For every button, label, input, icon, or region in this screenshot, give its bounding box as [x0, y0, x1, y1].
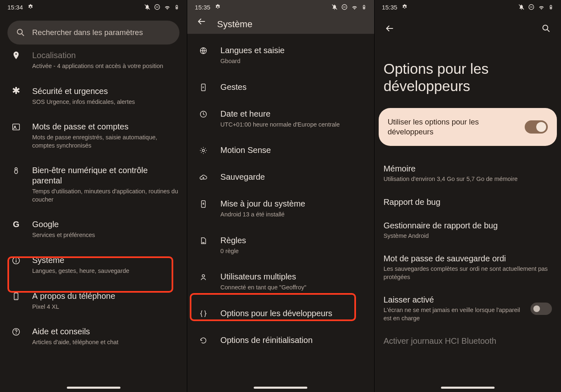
- row-help[interactable]: Aide et conseils Articles d'aide, téléph…: [2, 319, 185, 355]
- battery-icon: [548, 4, 554, 11]
- search-placeholder: Rechercher dans les paramètres: [32, 28, 143, 37]
- page-title: Système: [217, 19, 252, 30]
- row-title: Mémoire: [384, 164, 552, 174]
- clock: 15:35: [382, 4, 398, 11]
- row-title: Options de réinitialisation: [220, 335, 365, 345]
- row-stay-awake[interactable]: Laisser activé L'écran ne se met jamais …: [377, 289, 559, 330]
- row-safety[interactable]: Sécurité et urgences SOS Urgence, infos …: [2, 79, 185, 115]
- row-title: Google: [32, 219, 179, 230]
- header: Système: [187, 14, 374, 34]
- row-reset[interactable]: Options de réinitialisation: [189, 327, 372, 354]
- row-title: Rapport de bug: [384, 197, 552, 207]
- row-passwords[interactable]: Mots de passe et comptes Mots de passe e…: [2, 114, 185, 158]
- gesture-icon: [196, 82, 211, 92]
- status-bar: 15:34: [0, 0, 187, 14]
- screen-settings-root: 15:34 Rechercher dans les paramètres Loc…: [0, 0, 187, 392]
- braces-icon: [196, 308, 211, 318]
- gesture-nav-bar[interactable]: [441, 387, 495, 389]
- row-datetime[interactable]: Date et heure UTC+01:00 heure normale d'…: [189, 101, 372, 137]
- header: [375, 14, 561, 37]
- row-title: Gestes: [220, 82, 365, 92]
- master-toggle-card[interactable]: Utiliser les options pour les développeu…: [379, 108, 557, 146]
- row-sub: Les sauvegardes complètes sur ordi ne so…: [384, 265, 552, 281]
- row-title: Options pour les développeurs: [220, 308, 365, 319]
- row-title: Date et heure: [220, 109, 365, 119]
- row-google[interactable]: Google Services et préférences: [2, 212, 185, 248]
- row-sub: Système Android: [384, 232, 552, 240]
- row-bugreport-mgr[interactable]: Gestionnaire de rapport de bug Système A…: [377, 214, 559, 248]
- row-title: Motion Sense: [220, 145, 365, 155]
- row-title: Activer journaux HCI Bluetooth: [384, 336, 552, 346]
- clock-icon: [196, 109, 211, 119]
- row-title: Mise à jour du système: [220, 199, 365, 209]
- row-title: À propos du téléphone: [32, 291, 179, 301]
- row-sub: Temps d'utilisation, minuteurs d'applica…: [32, 188, 179, 204]
- screen-devoptions: 15:35 Options pour les développeurs Util…: [374, 0, 561, 392]
- devoptions-list: Mémoire Utilisation d'environ 3,4 Go sur…: [375, 157, 561, 353]
- bell-off-icon: [144, 4, 151, 10]
- row-developer[interactable]: Options pour les développeurs: [189, 300, 372, 327]
- row-sysupdate[interactable]: Mise à jour du système Android 13 a été …: [189, 190, 372, 227]
- system-list: Langues et saisie Gboard Gestes Date et …: [187, 34, 374, 354]
- row-location[interactable]: Localisation Activée - 4 applications on…: [2, 48, 185, 79]
- gesture-nav-bar[interactable]: [67, 387, 120, 389]
- row-about[interactable]: À propos du téléphone Pixel 4 XL: [2, 284, 185, 319]
- row-motion[interactable]: Motion Sense: [189, 137, 372, 164]
- row-backup-pwd[interactable]: Mot de passe de sauvegarde ordi Les sauv…: [377, 247, 559, 289]
- toggle-switch-off[interactable]: [530, 303, 552, 315]
- google-icon: [7, 219, 25, 229]
- search-button[interactable]: [538, 20, 554, 37]
- row-system[interactable]: Système Langues, gestes, heure, sauvegar…: [2, 248, 185, 284]
- download-icon: [196, 199, 211, 209]
- toggle-switch-on[interactable]: [525, 120, 548, 134]
- battery-icon: [174, 4, 179, 11]
- row-title: Langues et saisie: [220, 45, 365, 56]
- row-title: Sauvegarde: [220, 172, 365, 182]
- account-icon: [7, 122, 25, 131]
- row-title: Bien-être numérique et contrôle parental: [32, 165, 179, 186]
- asterisk-icon: [7, 86, 25, 96]
- back-button[interactable]: [381, 20, 398, 37]
- row-bugreport[interactable]: Rapport de bug: [377, 191, 559, 214]
- battery-icon: [361, 4, 367, 11]
- row-sub: Langues, gestes, heure, sauvegarde: [32, 267, 179, 275]
- wifi-icon: [538, 4, 545, 11]
- settings-list: Localisation Activée - 4 applications on…: [0, 48, 187, 355]
- pin-icon: [7, 50, 25, 60]
- master-toggle-label: Utiliser les options pour les développeu…: [388, 117, 518, 137]
- phone-icon: [7, 291, 25, 301]
- status-bar: 15:35: [187, 0, 374, 14]
- row-backup[interactable]: Sauvegarde: [189, 164, 372, 190]
- row-multiuser[interactable]: Utilisateurs multiples Connecté en tant …: [189, 263, 372, 300]
- dnd-icon: [154, 4, 160, 10]
- row-sub: Services et préférences: [32, 231, 179, 239]
- wellbeing-icon: [7, 165, 25, 175]
- row-memory[interactable]: Mémoire Utilisation d'environ 3,4 Go sur…: [377, 157, 559, 191]
- help-icon: [7, 326, 25, 336]
- dnd-icon: [341, 4, 348, 10]
- person-icon: [196, 272, 211, 282]
- row-sub: Mots de passe enregistrés, saisie automa…: [32, 134, 179, 150]
- search-input[interactable]: Rechercher dans les paramètres: [7, 21, 179, 45]
- row-gestures[interactable]: Gestes: [189, 74, 372, 101]
- row-languages[interactable]: Langues et saisie Gboard: [189, 37, 372, 74]
- gear-icon: [27, 4, 34, 10]
- row-title: Système: [32, 255, 179, 265]
- row-rules[interactable]: Règles 0 règle: [189, 227, 372, 264]
- bell-off-icon: [518, 4, 525, 10]
- row-title: Laisser activé: [384, 295, 524, 305]
- motion-icon: [196, 145, 211, 155]
- search-icon: [16, 28, 26, 38]
- clock: 15:34: [7, 4, 23, 11]
- wifi-icon: [164, 4, 171, 11]
- row-title: Aide et conseils: [32, 326, 179, 337]
- row-title: Sécurité et urgences: [32, 86, 179, 96]
- gesture-nav-bar[interactable]: [254, 387, 307, 389]
- row-hci-bluetooth[interactable]: Activer journaux HCI Bluetooth: [377, 330, 559, 353]
- back-button[interactable]: [193, 13, 210, 30]
- row-wellbeing[interactable]: Bien-être numérique et contrôle parental…: [2, 158, 185, 212]
- page-title: Options pour les développeurs: [375, 37, 561, 108]
- reset-icon: [196, 335, 211, 345]
- dnd-icon: [528, 4, 535, 10]
- row-sub: L'écran ne se met jamais en veille lorsq…: [384, 306, 524, 322]
